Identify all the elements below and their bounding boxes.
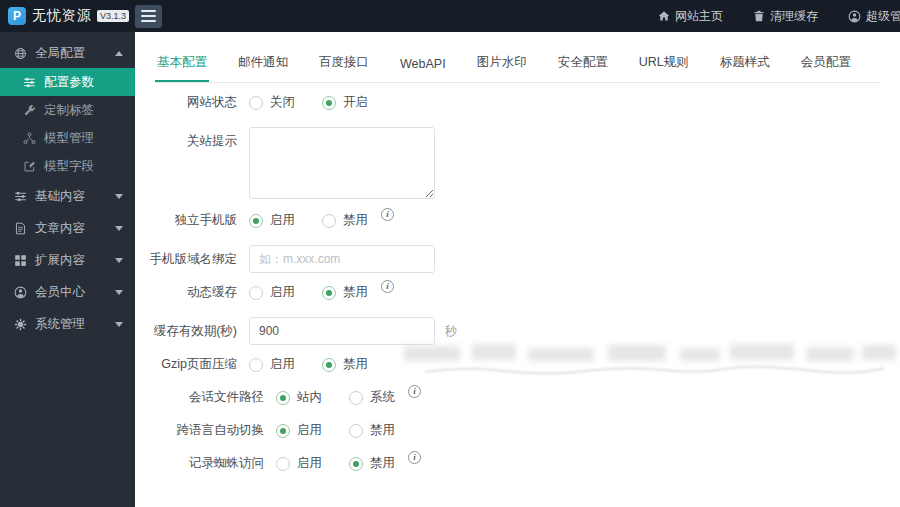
radio-gzip-compress-enable[interactable]: 启用 (249, 356, 295, 373)
sidebar-item-custom-tags[interactable]: 定制标签 (0, 96, 135, 124)
field-label: Gzip页面压缩 (137, 356, 237, 373)
main-content: 基本配置邮件通知百度接口WebAPI图片水印安全配置URL规则标题样式会员配置 … (135, 32, 900, 507)
field-control: 启用禁用i (249, 284, 394, 301)
tab-baidu-api[interactable]: 百度接口 (317, 48, 371, 82)
sidebar-item-label: 全局配置 (35, 45, 85, 62)
field-control: 关闭开启 (249, 94, 368, 111)
radio-session-path-site[interactable]: 站内 (276, 389, 322, 406)
form-row-cache-expire: 缓存有效期(秒)秒 (137, 317, 900, 345)
topbar-action-site-home[interactable]: 网站主页 (658, 8, 723, 25)
sidebar-item-label: 扩展内容 (35, 252, 85, 269)
menu-toggle-button[interactable] (135, 5, 162, 28)
radio-label: 禁用 (343, 212, 368, 229)
tab-webapi[interactable]: WebAPI (398, 51, 448, 82)
field-label: 会话文件路径 (164, 389, 264, 406)
radio-circle-icon (276, 457, 290, 471)
topbar-action-label: 超级管理员 (866, 8, 900, 25)
config-form: 网站状态关闭开启关站提示独立手机版启用禁用i手机版域名绑定动态缓存启用禁用i缓存… (135, 83, 900, 472)
tab-basic-config[interactable]: 基本配置 (155, 48, 209, 82)
sidebar-item-label: 模型管理 (44, 130, 94, 147)
radio-circle-icon (249, 214, 263, 228)
radio-language-switch-disable[interactable]: 禁用 (349, 422, 395, 439)
form-row-session-path: 会话文件路径站内系统i (164, 389, 900, 406)
chevron-down-icon (115, 194, 123, 199)
radio-circle-icon (249, 358, 263, 372)
radio-circle-icon (349, 391, 363, 405)
field-control: 启用禁用 (249, 356, 368, 373)
brand-icon: P (8, 7, 26, 25)
nodes-icon (22, 132, 36, 145)
radio-label: 站内 (297, 389, 322, 406)
radio-label: 启用 (297, 422, 322, 439)
info-icon[interactable]: i (408, 385, 421, 398)
sidebar-item-extend-content[interactable]: 扩展内容 (0, 244, 135, 276)
tab-member-config[interactable]: 会员配置 (799, 48, 853, 82)
sidebar-item-member-center[interactable]: 会员中心 (0, 276, 135, 308)
field-control (249, 245, 435, 273)
topbar-action-clear-cache[interactable]: 清理缓存 (753, 8, 818, 25)
radio-circle-icon (249, 286, 263, 300)
tab-url-rules[interactable]: URL规则 (637, 48, 691, 82)
field-control (249, 127, 435, 199)
radio-session-path-system[interactable]: 系统 (349, 389, 395, 406)
brand-logo[interactable]: P 无忧资源 V3.1.3 (0, 0, 130, 32)
topbar-action-label: 网站主页 (675, 8, 723, 25)
topbar-action-label: 清理缓存 (770, 8, 818, 25)
info-icon[interactable]: i (408, 451, 421, 464)
user-icon (848, 10, 861, 23)
sidebar-item-label: 基础内容 (35, 188, 85, 205)
sidebar-item-label: 配置参数 (44, 74, 94, 91)
close-tip-textarea[interactable] (249, 127, 435, 199)
field-control: 启用禁用 (276, 422, 395, 439)
radio-label: 开启 (343, 94, 368, 111)
radio-label: 系统 (370, 389, 395, 406)
sidebar-item-model-fields[interactable]: 模型字段 (0, 152, 135, 180)
radio-dynamic-cache-enable[interactable]: 启用 (249, 284, 295, 301)
radio-mobile-version-disable[interactable]: 禁用 (322, 212, 368, 229)
mobile-domain-input[interactable] (249, 245, 435, 273)
tab-security-config[interactable]: 安全配置 (556, 48, 610, 82)
sidebar-item-config-params[interactable]: 配置参数 (0, 68, 135, 96)
info-icon[interactable]: i (381, 208, 394, 221)
field-control: 启用禁用i (276, 455, 421, 472)
radio-circle-icon (322, 358, 336, 372)
sidebar-item-system-manage[interactable]: 系统管理 (0, 308, 135, 340)
radio-spider-log-disable[interactable]: 禁用 (349, 455, 395, 472)
brand-name: 无忧资源 (32, 7, 92, 25)
radio-spider-log-enable[interactable]: 启用 (276, 455, 322, 472)
radio-label: 禁用 (370, 422, 395, 439)
field-label: 动态缓存 (137, 284, 237, 301)
globe-icon (13, 47, 27, 60)
sidebar-item-base-content[interactable]: 基础内容 (0, 180, 135, 212)
sliders-icon (13, 190, 27, 203)
chevron-down-icon (115, 258, 123, 263)
form-row-close-tip: 关站提示 (137, 127, 900, 199)
sidebar-menu: 全局配置配置参数定制标签模型管理模型字段基础内容文章内容扩展内容会员中心系统管理 (0, 38, 135, 340)
cache-expire-input[interactable] (249, 317, 435, 345)
radio-mobile-version-enable[interactable]: 启用 (249, 212, 295, 229)
tab-title-style[interactable]: 标题样式 (718, 48, 772, 82)
tab-image-watermark[interactable]: 图片水印 (475, 48, 529, 82)
grid-icon (13, 254, 27, 267)
radio-dynamic-cache-disable[interactable]: 禁用 (322, 284, 368, 301)
topbar-action-admin-user[interactable]: 超级管理员 (848, 8, 900, 25)
sidebar-item-global-config[interactable]: 全局配置 (0, 38, 135, 68)
radio-language-switch-enable[interactable]: 启用 (276, 422, 322, 439)
form-row-mobile-version: 独立手机版启用禁用i (137, 212, 900, 229)
doc-icon (13, 222, 27, 235)
tab-mail-notify[interactable]: 邮件通知 (236, 48, 290, 82)
radio-site-status-off[interactable]: 关闭 (249, 94, 295, 111)
sidebar-item-model-manage[interactable]: 模型管理 (0, 124, 135, 152)
sidebar-item-article-content[interactable]: 文章内容 (0, 212, 135, 244)
field-label: 缓存有效期(秒) (137, 323, 237, 340)
radio-circle-icon (349, 424, 363, 438)
info-icon[interactable]: i (381, 280, 394, 293)
chevron-down-icon (115, 226, 123, 231)
radio-site-status-on[interactable]: 开启 (322, 94, 368, 111)
sidebar-item-label: 模型字段 (44, 158, 94, 175)
version-badge: V3.1.3 (97, 10, 129, 22)
radio-gzip-compress-disable[interactable]: 禁用 (322, 356, 368, 373)
field-label: 跨语言自动切换 (164, 422, 264, 439)
gear-icon (13, 318, 27, 331)
sidebar-item-label: 定制标签 (44, 102, 94, 119)
